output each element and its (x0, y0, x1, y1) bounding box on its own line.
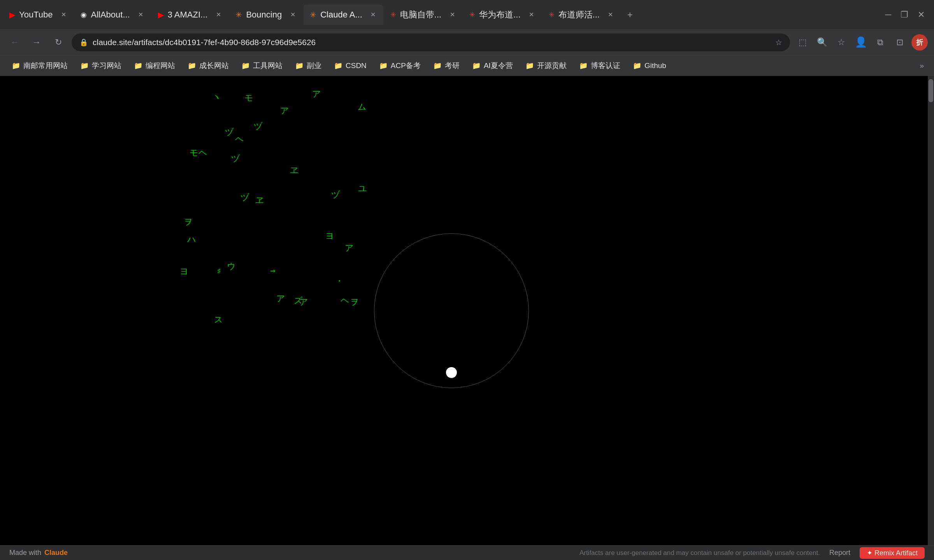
kana-char: ヅ (254, 121, 263, 132)
bookmark-star-icon[interactable]: ☆ (775, 38, 782, 47)
tab-hua1[interactable]: ✳ 华为布道... ✕ (463, 5, 541, 25)
kana-char: ヽ (212, 91, 221, 103)
left-panel (0, 76, 177, 545)
kana-char: ア (345, 242, 354, 254)
kana-char: ・ (335, 275, 344, 287)
tab-budao-close[interactable]: ✕ (607, 11, 614, 19)
report-button[interactable]: Report (829, 549, 850, 557)
bookmark-csdn-label: CSDN (346, 61, 367, 70)
folder-icon: 📁 (525, 61, 534, 70)
remix-artifact-button[interactable]: ✦ Remix Artifact (860, 547, 925, 559)
close-button[interactable]: ✕ (918, 10, 925, 20)
back-button[interactable]: ← (6, 34, 23, 51)
tab-strip: ▶ YouTube ✕ ◉ AllAbout... ✕ ▶ 3 AMAZI...… (0, 0, 934, 29)
scrollbar[interactable] (928, 76, 934, 545)
kana-char: ヅ (225, 126, 234, 138)
claude-favicon-icon: ✳ (310, 10, 316, 19)
kana-char: ス (214, 314, 223, 326)
bookmark-study-label: 学习网站 (92, 61, 121, 71)
zoom-icon[interactable]: 🔍 (814, 35, 830, 50)
tab-github[interactable]: ◉ AllAbout... ✕ (74, 5, 151, 25)
tab-bouncing[interactable]: ✳ Bouncing ✕ (229, 5, 303, 25)
scrollbar-thumb[interactable] (929, 79, 933, 102)
bookmark-icon[interactable]: ☆ (834, 35, 849, 50)
tab-claude-close[interactable]: ✕ (369, 11, 377, 19)
tab-amaz-label: 3 AMAZI... (168, 10, 208, 20)
bookmark-grow[interactable]: 📁 成长网站 (182, 58, 234, 73)
kana-char: ヲ (350, 296, 359, 308)
tab-dianao[interactable]: ✳ 电脑自带... ✕ (384, 5, 462, 25)
tab-github-close[interactable]: ✕ (137, 11, 145, 19)
white-ball (446, 367, 457, 378)
maximize-button[interactable]: ❐ (901, 10, 908, 20)
extensions-icon[interactable]: ⧉ (873, 35, 888, 50)
made-with-label: Made with (9, 549, 41, 557)
bookmarks-more-button[interactable]: » (916, 59, 928, 72)
tab-youtube-close[interactable]: ✕ (60, 11, 67, 19)
bookmark-kaoyan[interactable]: 📁 考研 (428, 58, 465, 73)
tab-claude[interactable]: ✳ Claude A... ✕ (304, 5, 383, 25)
tab-manager-icon[interactable]: ⊡ (892, 35, 908, 50)
bookmark-csdn[interactable]: 📁 CSDN (328, 59, 372, 72)
bouncing-favicon-icon: ✳ (235, 10, 242, 19)
tab-budao[interactable]: ✳ 布道师活... ✕ (542, 5, 621, 25)
bookmark-acp[interactable]: 📁 ACP备考 (374, 58, 426, 73)
bookmark-ai-label: AI夏令营 (484, 61, 513, 71)
profile-icon[interactable]: 👤 (853, 35, 869, 50)
folder-icon: 📁 (188, 61, 196, 70)
folder-icon: 📁 (472, 61, 481, 70)
new-tab-button[interactable]: + (621, 6, 639, 23)
artifacts-note: Artifacts are user-generated and may con… (579, 549, 820, 557)
canvas-area: ヽ モ ア ム ア ヅ ヘ ヅ モヘ ヅ ヱ ユ ヅ ヱ ヅ ヲ ヨ ハ ア ヨ… (0, 76, 934, 545)
github-favicon-icon: ◉ (81, 10, 87, 19)
kana-char: ヘ (341, 295, 349, 306)
bookmark-nanyu-label: 南邮常用网站 (23, 61, 68, 71)
bookmark-nanyu[interactable]: 📁 南邮常用网站 (6, 58, 73, 73)
window-controls: ─ ❐ ✕ (885, 10, 931, 20)
kana-char: ア (276, 293, 285, 304)
bookmark-oss[interactable]: 📁 开源贡献 (520, 58, 572, 73)
bookmark-tools[interactable]: 📁 工具网站 (236, 58, 288, 73)
kana-char: ヅ (231, 153, 240, 164)
tab-dianao-label: 电脑自带... (400, 9, 441, 21)
tab-claude-label: Claude A... (320, 10, 362, 20)
tab-youtube[interactable]: ▶ YouTube ✕ (3, 5, 74, 25)
bookmark-acp-label: ACP备考 (391, 61, 421, 71)
bookmark-study[interactable]: 📁 学习网站 (75, 58, 127, 73)
bookmark-blog-label: 博客认证 (591, 61, 620, 71)
account-button[interactable]: 折 (911, 34, 928, 51)
tab-dianao-close[interactable]: ✕ (448, 11, 456, 19)
forward-button[interactable]: → (28, 34, 45, 51)
bookmark-side-label: 副业 (307, 61, 321, 71)
tab-hua1-label: 华为布道... (479, 9, 520, 21)
kana-char: ア (280, 105, 289, 117)
tab-amaz-close[interactable]: ✕ (214, 11, 222, 19)
folder-icon: 📁 (134, 61, 142, 70)
lock-icon: 🔒 (79, 38, 88, 47)
refresh-button[interactable]: ↻ (50, 34, 67, 51)
tab-amaz[interactable]: ▶ 3 AMAZI... ✕ (152, 5, 229, 25)
bookmark-oss-label: 开源贡献 (537, 61, 567, 71)
bookmark-ai[interactable]: 📁 AI夏令营 (467, 58, 518, 73)
folder-icon: 📁 (12, 61, 20, 70)
address-bar[interactable]: 🔒 claude.site/artifacts/dc4b0191-7fef-4b… (72, 33, 790, 51)
hua1-favicon-icon: ✳ (469, 10, 475, 19)
tab-hua1-close[interactable]: ✕ (528, 11, 535, 19)
minimize-button[interactable]: ─ (885, 10, 891, 20)
tab-youtube-label: YouTube (19, 10, 53, 20)
main-content: ヽ モ ア ム ア ヅ ヘ ヅ モヘ ヅ ヱ ユ ヅ ヱ ヅ ヲ ヨ ハ ア ヨ… (0, 76, 934, 545)
bookmark-code[interactable]: 📁 编程网站 (128, 58, 181, 73)
kana-char: ア (299, 296, 308, 308)
screenshot-icon[interactable]: ⬚ (795, 35, 810, 50)
kana-char: ヨ (180, 266, 189, 277)
folder-icon: 📁 (80, 61, 89, 70)
kana-char: ヘ (235, 133, 244, 145)
kana-char: ヲ (184, 216, 193, 228)
bookmark-blog[interactable]: 📁 博客认证 (574, 58, 626, 73)
bookmark-side[interactable]: 📁 副业 (290, 58, 327, 73)
tab-github-label: AllAbout... (91, 10, 130, 20)
tab-bouncing-label: Bouncing (246, 10, 282, 20)
kana-char: ユ (358, 183, 367, 194)
bookmark-github[interactable]: 📁 Github (627, 59, 672, 72)
tab-bouncing-close[interactable]: ✕ (289, 11, 297, 19)
